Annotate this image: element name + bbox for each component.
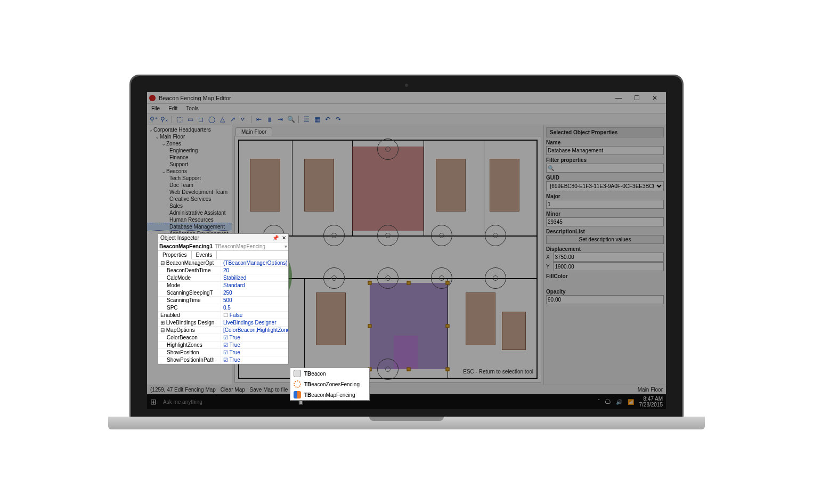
rect-tool-icon[interactable]: ▭ [186,115,194,124]
inspector-row[interactable]: ⊟ BeaconManagerOpt(TBeaconManagerOptions… [158,259,288,267]
app-icon [149,95,156,101]
taskbar-clock[interactable]: 8:47 AM 7/28/2015 [639,396,663,408]
select-tool-icon[interactable]: ⬚ [175,115,184,124]
arrow-tool-icon[interactable]: ↗ [229,115,237,124]
tree-zone[interactable]: Finance [147,154,232,161]
inspector-row[interactable]: ColorBeaconTrue [158,334,288,342]
desclist-button[interactable]: Set description values [546,235,664,244]
displacement-label: Displacement [546,246,664,252]
beacon-marker[interactable] [485,225,506,246]
align-center-icon[interactable]: ⫼ [265,115,274,124]
tray-network-icon[interactable]: 📶 [628,399,634,405]
beacon-marker[interactable] [377,225,399,246]
guid-field[interactable]: {699EBC80-E1F3-11E3-9A0F-0CF3EE3BC0 [546,181,664,191]
beacon-marker[interactable] [377,359,399,380]
inspector-row[interactable]: ScanningTime500 [158,297,288,304]
tree-beacon-selected[interactable]: Database Management [147,223,232,230]
beacon-marker[interactable] [431,225,452,246]
beacon-marker[interactable] [377,267,399,289]
tree-floor[interactable]: ⌄Main Floor [147,133,232,140]
filter-field[interactable] [546,164,664,173]
inspector-row[interactable]: ShowPositionInPathTrue [158,356,288,364]
tab-main-floor[interactable]: Main Floor [235,127,272,136]
inspector-row[interactable]: HighlightZonesTrue [158,342,288,349]
menu-file[interactable]: File [147,105,164,111]
link-edit-map[interactable]: Edit Fencing Map [174,387,216,393]
inspector-row[interactable]: SPC0.5 [158,304,288,312]
inspector-row[interactable]: ⊟ MapOptions[ColorBeacon,HighlightZone [158,327,288,334]
beacon-marker[interactable] [377,139,399,160]
inspector-row[interactable]: BeaconDeathTime20 [158,267,288,274]
wifi-tool-icon[interactable]: ᯤ [239,115,248,124]
major-field[interactable] [546,200,664,209]
maximize-button[interactable]: ☐ [628,94,646,102]
minimize-button[interactable]: — [609,94,628,102]
menu-tools[interactable]: Tools [182,105,202,111]
link-clear-map[interactable]: Clear Map [221,387,245,393]
add-beacon-icon[interactable]: ⚲⁺ [149,115,158,124]
disp-x-field[interactable] [553,253,664,262]
inspector-pin-icon[interactable]: 📌 [272,235,279,241]
popup-item[interactable]: TBeaconZonesFencing [290,379,369,389]
status-right: Main Floor [638,387,663,393]
tab-events[interactable]: Events [192,251,217,259]
align-left-icon[interactable]: ⇤ [255,115,263,124]
align-right-icon[interactable]: ⇥ [276,115,284,124]
tree-beacon[interactable]: Tech Support [147,175,232,182]
delete-beacon-icon[interactable]: ⚲ₓ [160,115,168,124]
inspector-row[interactable]: CalcModeStabilized [158,274,288,282]
tree-beacon[interactable]: Creative Services [147,196,232,202]
tray-monitor-icon[interactable]: 🖵 [605,399,611,405]
link-save-map[interactable]: Save Map to file [250,387,288,393]
tree-zones[interactable]: ⌄Zones [147,140,232,147]
taskbar: ⊞ Ask me anything ▣ ˆ 🖵 🔊 📶 8:47 AM 7/28… [147,394,666,409]
inspector-row[interactable]: ScanningSleepingT250 [158,289,288,297]
inspector-row[interactable]: ShowPositionTrue [158,349,288,356]
inspector-object-combo[interactable]: BeaconMapFencing1TBeaconMapFencing▾ [158,242,288,251]
square-tool-icon[interactable]: ◻ [197,115,205,124]
tree-root[interactable]: ⌄Corporate Headquarters [147,126,232,133]
inspector-row[interactable]: ModeStandard [158,282,288,289]
menu-edit[interactable]: Edit [164,105,182,111]
beacon-marker[interactable] [323,225,345,246]
list-icon[interactable]: ☰ [302,115,311,124]
grid-icon[interactable]: ▦ [313,115,321,124]
minor-field[interactable] [546,217,664,226]
tree-beacon[interactable]: Sales [147,202,232,209]
zoom-icon[interactable]: 🔍 [287,115,295,124]
inspector-row[interactable]: EnabledFalse [158,312,288,319]
undo-icon[interactable]: ↶ [323,115,332,124]
triangle-tool-icon[interactable]: △ [218,115,226,124]
start-button[interactable]: ⊞ [150,397,159,406]
tree-beacon[interactable]: Web Development Team [147,189,232,196]
beacon-marker[interactable] [431,267,452,289]
inspector-row[interactable]: ⊞ LiveBindings DesignLiveBindings Design… [158,319,288,327]
properties-title: Selected Object Properties [546,127,664,137]
name-field[interactable] [546,146,664,155]
taskbar-search[interactable]: Ask me anything [163,399,202,405]
opacity-field[interactable] [546,295,664,304]
code-completion-popup[interactable]: TBeacon TBeaconZonesFencing TBeaconMapFe… [290,368,370,401]
disp-y-field[interactable] [553,262,664,271]
tray-chevron-icon[interactable]: ˆ [598,399,599,405]
tree-beacon[interactable]: Administrative Assistant [147,209,232,216]
tree-beacon[interactable]: Human Resources [147,216,232,223]
popup-item[interactable]: TBeaconMapFencing [290,389,369,400]
object-inspector[interactable]: Object Inspector 📌 ✕ BeaconMapFencing1TB… [158,233,289,364]
tree-zone[interactable]: Engineering [147,147,232,154]
close-button[interactable]: ✕ [646,94,664,102]
circle-tool-icon[interactable]: ◯ [207,115,216,124]
tree-beacon[interactable]: Doc Team [147,182,232,189]
popup-item[interactable]: TBeacon [290,368,369,379]
tree-zone[interactable]: Support [147,161,232,168]
titlebar: Beacon Fencing Map Editor — ☐ ✕ [147,92,666,104]
redo-icon[interactable]: ↷ [334,115,343,124]
canvas-tabs: Main Floor [232,125,543,136]
tree-beacons[interactable]: ⌄Beacons [147,168,232,175]
beacon-marker[interactable] [323,267,345,289]
inspector-close-icon[interactable]: ✕ [282,235,286,241]
tab-properties[interactable]: Properties [158,251,192,259]
beacon-marker[interactable] [485,267,506,289]
tray-sound-icon[interactable]: 🔊 [616,399,622,405]
filter-label: Filter properties [546,157,664,163]
